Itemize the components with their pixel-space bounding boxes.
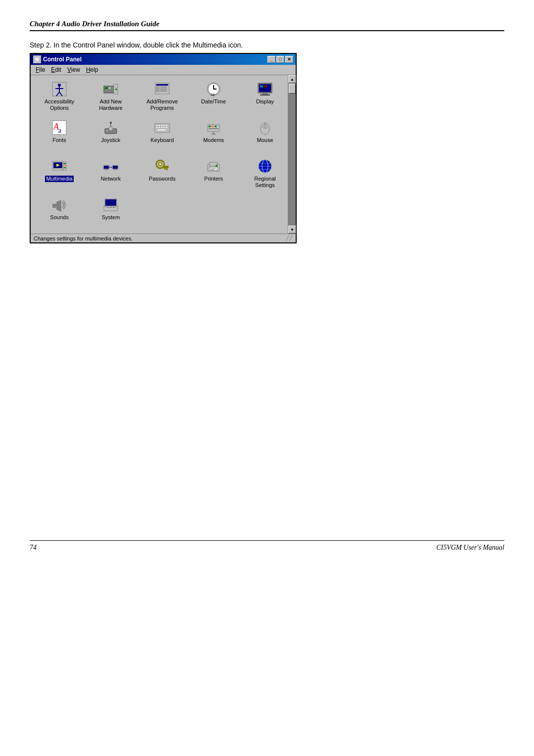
svg-rect-86 [211,168,217,169]
svg-rect-16 [160,87,167,88]
svg-point-37 [110,122,112,124]
icon-display[interactable]: Display [240,79,288,114]
icon-network[interactable]: Network [86,156,135,191]
menu-edit[interactable]: Edit [48,66,64,74]
date-time-label: Date/Time [201,98,226,105]
svg-rect-12 [156,84,168,86]
svg-rect-8 [109,87,111,89]
display-icon [257,81,273,97]
svg-rect-94 [52,204,56,208]
svg-rect-44 [166,125,168,126]
menu-help[interactable]: Help [83,66,101,74]
statusbar-text: Changes settings for multimedia devices. [34,236,133,241]
svg-point-1 [58,84,61,87]
network-label: Network [101,176,121,182]
svg-rect-70 [104,166,109,169]
scrollbar-track [288,83,296,226]
svg-rect-45 [156,127,158,128]
icon-grid-wrapper: AccessibilityOptions + [31,75,288,234]
statusbar: Changes settings for multimedia devices.… [31,234,296,242]
svg-rect-73 [113,166,118,169]
passwords-label: Passwords [149,176,176,182]
svg-rect-98 [105,199,116,206]
icon-keyboard[interactable]: Keyboard [137,118,187,152]
printers-label: Printers [204,176,223,182]
svg-rect-29 [260,85,263,88]
menu-file[interactable]: File [33,66,48,74]
svg-rect-48 [163,127,165,128]
window-title: Control Panel [43,56,82,63]
svg-marker-95 [56,200,61,212]
svg-rect-87 [211,169,215,170]
svg-text:a: a [58,127,62,134]
scroll-down-arrow[interactable]: ▼ [288,226,296,234]
icon-passwords[interactable]: Passwords [137,156,187,191]
menu-view[interactable]: View [64,66,83,74]
keyboard-label: Keyboard [150,137,174,143]
svg-rect-54 [215,126,217,127]
icon-regional-settings[interactable]: RegionalSettings [240,156,288,191]
icon-mouse[interactable]: Mouse [240,118,288,152]
titlebar-buttons: _ □ ✕ [267,56,293,63]
network-icon [103,158,119,174]
printers-icon [206,158,222,174]
svg-line-77 [109,168,112,169]
svg-rect-66 [64,163,66,164]
content-area: AccessibilityOptions + [31,75,296,234]
svg-rect-99 [107,207,109,208]
icon-printers[interactable]: Printers [189,156,238,191]
joystick-icon [103,120,119,136]
icon-grid: AccessibilityOptions + [35,79,284,230]
svg-point-35 [109,127,113,131]
icon-sounds[interactable]: Sounds [35,195,84,230]
add-new-hardware-label: Add NewHardware [99,98,123,111]
close-button[interactable]: ✕ [285,56,293,63]
maximize-button[interactable]: □ [276,56,284,63]
svg-point-88 [216,165,218,167]
scrollbar-vertical[interactable]: ▲ ▼ [288,75,296,234]
svg-rect-50 [157,129,166,131]
svg-rect-81 [164,168,166,170]
icon-multimedia[interactable]: Multimedia [35,156,84,191]
icon-joystick[interactable]: Joystick [86,118,135,152]
svg-rect-52 [209,126,211,127]
svg-rect-46 [158,127,160,128]
keyboard-icon [154,120,170,136]
title-icon: ⊞ [33,55,41,63]
svg-rect-55 [209,128,219,129]
display-label: Display [256,98,274,105]
icon-system[interactable]: System [86,195,135,230]
control-panel-window: ⊞ Control Panel _ □ ✕ File Edit View Hel… [30,53,297,243]
date-time-icon: 1 2 [206,81,222,97]
icon-add-new-hardware[interactable]: + Add NewHardware [86,79,135,114]
svg-point-61 [264,124,266,126]
mouse-label: Mouse [257,137,273,143]
svg-rect-14 [156,89,159,90]
svg-rect-41 [158,125,160,126]
icon-modems[interactable]: Modems [189,118,238,152]
icon-fonts[interactable]: A a Fonts [35,118,84,152]
icon-add-remove-programs[interactable]: Add/RemovePrograms [137,79,187,114]
scroll-up-arrow[interactable]: ▲ [288,75,296,83]
svg-point-38 [106,130,108,132]
svg-rect-28 [260,94,270,95]
svg-rect-49 [166,127,168,128]
minimize-button[interactable]: _ [267,56,275,63]
icon-date-time[interactable]: 1 2 Date/Time [189,79,238,114]
accessibility-icon [51,81,67,97]
add-remove-programs-label: Add/RemovePrograms [146,98,178,111]
instruction-text: Step 2. In the Control Panel window, dou… [30,41,504,49]
svg-rect-80 [166,168,168,170]
menubar: File Edit View Help [31,65,296,75]
svg-rect-43 [163,125,165,126]
multimedia-label: Multimedia [45,176,73,182]
svg-rect-17 [160,89,167,90]
svg-text:2: 2 [213,93,215,96]
svg-rect-30 [264,85,267,88]
svg-rect-79 [163,166,169,168]
sounds-label: Sounds [50,214,68,221]
sounds-icon [51,197,67,213]
scrollbar-thumb[interactable] [289,84,296,94]
system-icon [103,197,119,213]
icon-accessibility[interactable]: AccessibilityOptions [35,79,84,114]
